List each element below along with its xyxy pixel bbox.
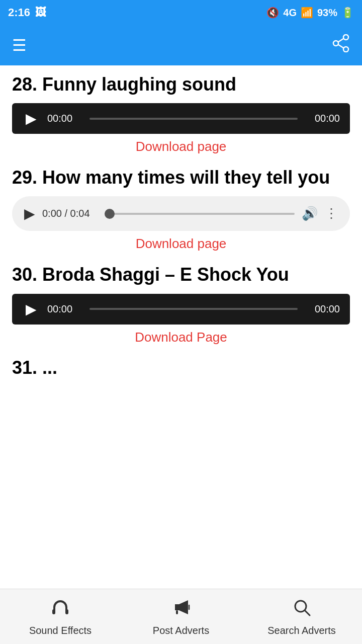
partial-title-31: 31. ... xyxy=(12,357,350,378)
top-bar: ☰ xyxy=(0,25,362,65)
time-start-28: 00:00 xyxy=(47,113,82,124)
sound-title-29: 29. How many times will they tell you xyxy=(12,167,350,188)
menu-button[interactable]: ☰ xyxy=(12,36,27,55)
signal-icon: 📶 xyxy=(301,7,313,19)
svg-line-12 xyxy=(305,610,310,615)
more-options-29[interactable]: ⋮ xyxy=(325,206,338,221)
volume-icon-29[interactable]: 🔊 xyxy=(302,206,318,221)
download-link-30[interactable]: Download Page xyxy=(12,330,350,345)
svg-line-4 xyxy=(338,45,344,48)
battery-text: 93% xyxy=(317,7,337,19)
sound-item-29: 29. How many times will they tell you ▶ … xyxy=(12,167,350,252)
time-start-30: 00:00 xyxy=(47,303,82,315)
headphones-icon xyxy=(50,597,70,622)
nav-item-search-adverts[interactable]: Search Adverts xyxy=(241,597,362,636)
post-adverts-label: Post Adverts xyxy=(153,625,209,636)
status-time: 2:16 xyxy=(8,6,30,19)
bottom-nav: Sound Effects Post Adverts Search Advert… xyxy=(0,589,362,644)
time-end-30: 00:00 xyxy=(305,303,340,315)
play-button-29[interactable]: ▶ xyxy=(24,205,35,222)
svg-line-3 xyxy=(338,39,344,42)
audio-player-29: ▶ 0:00 / 0:04 🔊 ⋮ xyxy=(12,196,350,231)
time-end-28: 00:00 xyxy=(305,113,340,124)
search-adverts-label: Search Adverts xyxy=(267,625,336,636)
search-icon xyxy=(292,597,312,622)
audio-player-28: ▶ 00:00 00:00 xyxy=(12,103,350,134)
mute-icon: 🔇 xyxy=(266,7,279,19)
progress-knob-29 xyxy=(105,209,115,219)
status-bar: 2:16 🖼 🔇 4G 📶 93% 🔋 xyxy=(0,0,362,25)
nav-item-post-adverts[interactable]: Post Adverts xyxy=(121,597,241,636)
audio-player-30: ▶ 00:00 00:00 xyxy=(12,294,350,325)
svg-rect-6 xyxy=(65,609,68,614)
sound-item-30: 30. Broda Shaggi – E Shock You ▶ 00:00 0… xyxy=(12,264,350,345)
sound-title-28: 28. Funny laughing sound xyxy=(12,73,350,95)
play-button-30[interactable]: ▶ xyxy=(22,301,40,317)
main-content: 28. Funny laughing sound ▶ 00:00 00:00 D… xyxy=(0,65,362,447)
network-icon: 4G xyxy=(283,7,297,19)
time-display-29: 0:00 / 0:04 xyxy=(42,208,98,219)
svg-rect-5 xyxy=(52,609,55,614)
download-link-28[interactable]: Download page xyxy=(12,139,350,154)
battery-icon: 🔋 xyxy=(341,7,354,19)
share-button[interactable] xyxy=(332,34,350,56)
progress-bar-30[interactable] xyxy=(89,308,298,310)
sound-title-30: 30. Broda Shaggi – E Shock You xyxy=(12,264,350,285)
progress-bar-29[interactable] xyxy=(105,213,295,215)
progress-bar-28[interactable] xyxy=(89,118,298,120)
status-image-icon: 🖼 xyxy=(35,6,46,19)
svg-marker-7 xyxy=(175,604,179,610)
nav-item-sound-effects[interactable]: Sound Effects xyxy=(0,597,121,636)
download-link-29[interactable]: Download page xyxy=(12,236,350,252)
svg-point-1 xyxy=(343,47,348,52)
sound-item-28: 28. Funny laughing sound ▶ 00:00 00:00 D… xyxy=(12,73,350,154)
megaphone-icon xyxy=(171,597,191,622)
svg-point-0 xyxy=(343,35,348,40)
svg-rect-9 xyxy=(176,610,178,614)
svg-marker-8 xyxy=(179,600,188,614)
svg-point-2 xyxy=(333,41,338,46)
sound-effects-label: Sound Effects xyxy=(29,625,92,636)
play-button-28[interactable]: ▶ xyxy=(22,110,40,127)
partial-item-31: 31. ... xyxy=(12,357,350,378)
